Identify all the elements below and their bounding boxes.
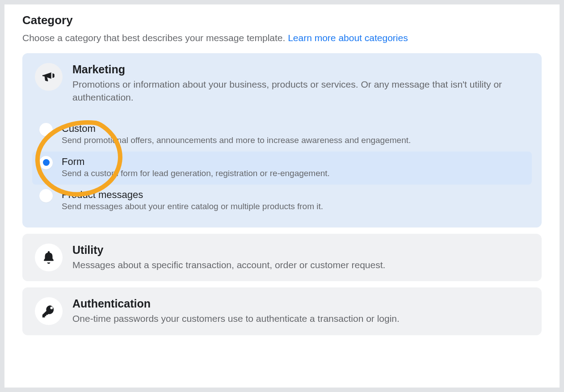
card-header: Utility Messages about a specific transa…	[35, 244, 529, 271]
radio-label: Form	[62, 156, 529, 168]
radio-label: Custom	[62, 123, 529, 135]
authentication-desc: One-time passwords your customers use to…	[72, 312, 529, 325]
radio-text: Product messages Send messages about you…	[62, 189, 529, 211]
utility-desc: Messages about a specific transaction, a…	[72, 258, 529, 271]
card-text: Utility Messages about a specific transa…	[72, 244, 529, 271]
section-subtitle: Choose a category that best describes yo…	[22, 33, 542, 43]
section-title: Category	[22, 13, 542, 27]
radio-label: Product messages	[62, 189, 529, 201]
radio-text: Form Send a custom form for lead generat…	[62, 156, 529, 178]
marketing-options: Custom Send promotional offers, announce…	[35, 118, 529, 218]
subtitle-text: Choose a category that best describes yo…	[22, 33, 288, 43]
radio-option-form[interactable]: Form Send a custom form for lead generat…	[32, 152, 532, 185]
card-text: Marketing Promotions or information abou…	[72, 63, 529, 104]
card-text: Authentication One-time passwords your c…	[72, 297, 529, 325]
marketing-desc: Promotions or information about your bus…	[72, 78, 529, 104]
radio-button[interactable]	[39, 156, 53, 169]
learn-more-link[interactable]: Learn more about categories	[288, 33, 408, 43]
utility-title: Utility	[72, 244, 529, 257]
category-card-marketing[interactable]: Marketing Promotions or information abou…	[22, 53, 542, 228]
category-card-utility[interactable]: Utility Messages about a specific transa…	[22, 234, 542, 281]
card-header: Marketing Promotions or information abou…	[35, 63, 529, 104]
radio-desc: Send promotional offers, announcements a…	[62, 135, 529, 145]
radio-option-custom[interactable]: Custom Send promotional offers, announce…	[35, 118, 529, 152]
megaphone-icon	[35, 63, 63, 91]
key-icon	[35, 297, 63, 325]
radio-option-product-messages[interactable]: Product messages Send messages about you…	[35, 185, 529, 218]
marketing-title: Marketing	[72, 63, 529, 76]
radio-button[interactable]	[39, 123, 53, 136]
radio-text: Custom Send promotional offers, announce…	[62, 123, 529, 145]
card-header: Authentication One-time passwords your c…	[35, 297, 529, 325]
bell-icon	[35, 244, 63, 271]
radio-button[interactable]	[39, 189, 53, 202]
authentication-title: Authentication	[72, 297, 529, 310]
category-panel: Category Choose a category that best des…	[4, 4, 560, 388]
radio-desc: Send a custom form for lead generation, …	[62, 169, 529, 178]
category-card-authentication[interactable]: Authentication One-time passwords your c…	[22, 287, 542, 335]
radio-desc: Send messages about your entire catalog …	[62, 202, 529, 211]
